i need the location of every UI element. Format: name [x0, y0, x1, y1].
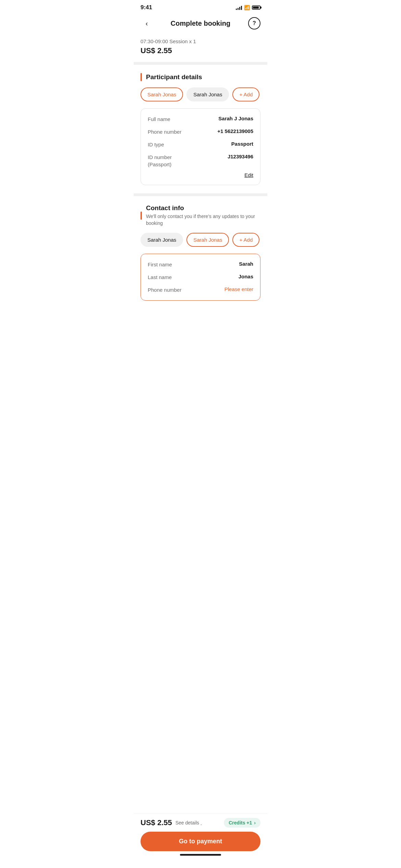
status-bar: 9:41 📶 — [134, 0, 267, 14]
phone-value: +1 5622139005 — [200, 128, 253, 134]
back-chevron-icon: ‹ — [146, 20, 148, 27]
participant-section-title: Participant details — [146, 73, 202, 81]
contact-phone-value: Please enter — [200, 286, 253, 292]
idnumber-label: ID number(Passport) — [148, 154, 200, 168]
detail-row-idnumber: ID number(Passport) J12393496 — [148, 154, 253, 168]
section-divider-2 — [134, 193, 267, 196]
section-divider — [134, 62, 267, 65]
contact-section-subtitle: We'll only contact you if there's any up… — [146, 213, 260, 227]
fullname-label: Full name — [148, 116, 200, 123]
idtype-value: Passport — [200, 141, 253, 147]
participant-section-header: Participant details — [141, 73, 260, 81]
detail-row-firstname: First name Sarah — [148, 261, 253, 268]
detail-row-idtype: ID type Passport — [148, 141, 253, 148]
detail-row-contact-phone: Phone number Please enter — [148, 286, 253, 293]
header: ‹ Complete booking ? — [134, 14, 267, 35]
help-button[interactable]: ? — [248, 17, 260, 29]
contact-section-title: Contact info — [146, 204, 260, 212]
participant-details-section: Participant details Sarah Jonas Sarah Jo… — [134, 65, 267, 193]
contact-add-chip[interactable]: + Add — [232, 233, 259, 247]
participant-chips: Sarah Jonas Sarah Jonas + Add — [141, 87, 260, 101]
fullname-value: Sarah J Jonas — [200, 116, 253, 121]
detail-row-phone: Phone number +1 5622139005 — [148, 128, 253, 135]
idnumber-value: J12393496 — [200, 154, 253, 159]
phone-label: Phone number — [148, 128, 200, 135]
summary-price: US$ 2.55 — [141, 46, 260, 55]
status-time: 9:41 — [141, 4, 152, 11]
firstname-label: First name — [148, 261, 200, 268]
contact-section-header: Contact info We'll only contact you if t… — [141, 204, 260, 227]
contact-chip-1[interactable]: Sarah Jonas — [141, 233, 183, 247]
participant-details-card: Full name Sarah J Jonas Phone number +1 … — [141, 108, 260, 185]
lastname-value: Jonas — [200, 274, 253, 279]
section-bar-icon — [141, 73, 142, 81]
detail-row-lastname: Last name Jonas — [148, 274, 253, 281]
back-button[interactable]: ‹ — [141, 17, 153, 29]
lastname-label: Last name — [148, 274, 200, 281]
detail-row-fullname: Full name Sarah J Jonas — [148, 116, 253, 123]
contact-section-bar-icon — [141, 212, 142, 220]
firstname-value: Sarah — [200, 261, 253, 267]
contact-details-card: First name Sarah Last name Jonas Phone n… — [141, 254, 260, 301]
help-icon: ? — [253, 20, 256, 26]
contact-info-section: Contact info We'll only contact you if t… — [134, 196, 267, 309]
edit-participant-link[interactable]: Edit — [148, 172, 253, 178]
participant-add-chip[interactable]: + Add — [232, 87, 259, 101]
battery-icon — [252, 5, 260, 10]
idtype-label: ID type — [148, 141, 200, 148]
participant-chip-2[interactable]: Sarah Jonas — [186, 87, 229, 101]
participant-chip-1[interactable]: Sarah Jonas — [141, 87, 183, 101]
contact-phone-label: Phone number — [148, 286, 200, 293]
session-text: 07:30-09:00 Session x 1 — [141, 38, 260, 44]
wifi-icon: 📶 — [244, 5, 250, 10]
page-title: Complete booking — [171, 20, 230, 27]
contact-chips: Sarah Jonas Sarah Jonas + Add — [141, 233, 260, 247]
booking-summary: 07:30-09:00 Session x 1 US$ 2.55 — [134, 35, 267, 62]
signal-icon — [236, 5, 242, 10]
status-icons: 📶 — [236, 5, 260, 10]
contact-chip-2[interactable]: Sarah Jonas — [186, 233, 229, 247]
